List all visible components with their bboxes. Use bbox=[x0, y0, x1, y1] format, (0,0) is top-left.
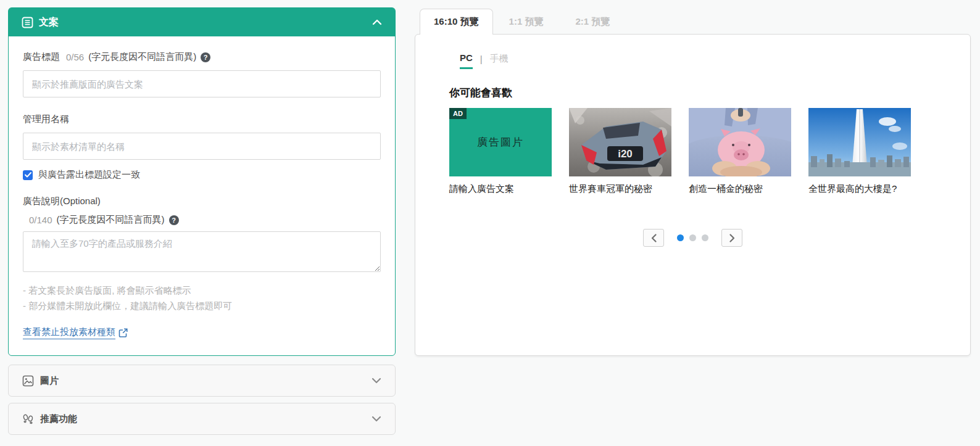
preview-card-piggy-bank: 創造一桶金的秘密 bbox=[689, 108, 791, 195]
copy-panel-body: 廣告標題 0/56 (字元長度因不同語言而異) ? 管理用名稱 與廣告露出標題設… bbox=[9, 36, 395, 355]
footprints-icon bbox=[22, 413, 34, 425]
admin-name-input[interactable] bbox=[23, 133, 381, 160]
ad-title-counter: 0/56 bbox=[66, 52, 84, 62]
external-link-icon bbox=[118, 328, 128, 337]
ad-title-label-row: 廣告標題 0/56 (字元長度因不同語言而異) ? bbox=[23, 51, 381, 63]
preview-card-skyscraper: 全世界最高的大樓是? bbox=[808, 108, 911, 195]
checkbox-checked-icon[interactable] bbox=[23, 170, 33, 180]
ad-title-hint: (字元長度因不同語言而異) bbox=[88, 51, 196, 63]
preview-heading: 你可能會喜歡 bbox=[449, 86, 970, 100]
ad-desc-textarea[interactable] bbox=[23, 231, 381, 272]
prohibited-creatives-link-label: 查看禁止投放素材種類 bbox=[23, 326, 115, 339]
section-recommended-features[interactable]: 推薦功能 bbox=[8, 403, 396, 435]
skyscraper-image bbox=[808, 108, 911, 176]
preview-tabs: 16:10 預覽 1:1 預覽 2:1 預覽 bbox=[415, 9, 626, 35]
ad-placeholder-image: AD 廣告圖片 bbox=[449, 108, 552, 176]
section-images-label: 圖片 bbox=[40, 375, 59, 387]
carousel-dot[interactable] bbox=[677, 234, 684, 241]
piggy-bank-image bbox=[689, 108, 791, 176]
admin-name-label-row: 管理用名稱 bbox=[23, 114, 381, 125]
copy-panel-title: 文案 bbox=[39, 16, 59, 29]
image-icon bbox=[22, 375, 34, 387]
copy-panel-header[interactable]: 文案 bbox=[9, 8, 395, 36]
device-toggle-separator: | bbox=[480, 54, 483, 68]
document-icon bbox=[22, 17, 33, 28]
ad-desc-label-row: 廣告說明(Optional) bbox=[23, 196, 381, 207]
preview-card-ad-placeholder: AD 廣告圖片 請輸入廣告文案 bbox=[449, 108, 552, 195]
section-recommended-features-label: 推薦功能 bbox=[40, 413, 77, 425]
sync-title-checkbox-row[interactable]: 與廣告露出標題設定一致 bbox=[23, 169, 381, 181]
ad-desc-counter: 0/140 bbox=[29, 215, 52, 225]
carousel-dots bbox=[677, 234, 708, 241]
preview-cards-row: AD 廣告圖片 請輸入廣告文案 bbox=[449, 108, 970, 195]
ad-desc-counter-row: 0/140 (字元長度因不同語言而異) ? bbox=[23, 214, 381, 226]
carousel-dot[interactable] bbox=[689, 234, 696, 241]
tab-1-1-preview[interactable]: 1:1 預覽 bbox=[493, 9, 560, 35]
card-caption: 請輸入廣告文案 bbox=[449, 183, 552, 195]
tab-16-10-preview[interactable]: 16:10 預覽 bbox=[420, 9, 493, 35]
ad-title-label: 廣告標題 bbox=[23, 51, 60, 63]
help-icon[interactable]: ? bbox=[169, 215, 179, 225]
ad-desc-label: 廣告說明(Optional) bbox=[23, 196, 101, 207]
card-caption: 全世界最高的大樓是? bbox=[808, 183, 911, 195]
device-toggle: PC | 手機 bbox=[460, 52, 970, 69]
section-images[interactable]: 圖片 bbox=[8, 365, 396, 397]
ad-badge: AD bbox=[449, 108, 467, 119]
device-toggle-pc[interactable]: PC bbox=[460, 52, 473, 69]
help-icon[interactable]: ? bbox=[201, 52, 210, 62]
ad-desc-hint: (字元長度因不同語言而異) bbox=[57, 214, 165, 226]
chevron-down-icon bbox=[372, 416, 381, 422]
copy-panel: 文案 廣告標題 0/56 (字元長度因不同語言而異) ? 管理用名稱 與廣告露出… bbox=[8, 7, 396, 356]
ad-placeholder-label: 廣告圖片 bbox=[477, 135, 524, 149]
carousel-next-button[interactable] bbox=[721, 229, 742, 247]
card-caption: 世界賽車冠軍的秘密 bbox=[569, 183, 671, 195]
carousel-controls bbox=[415, 229, 970, 247]
copy-note-line: - 部分媒體未開放此欄位，建議請輸入廣告標題即可 bbox=[23, 298, 381, 313]
prohibited-creatives-link[interactable]: 查看禁止投放素材種類 bbox=[23, 326, 128, 339]
sync-title-checkbox-label: 與廣告露出標題設定一致 bbox=[38, 169, 140, 181]
rally-car-image: i20 bbox=[569, 108, 671, 176]
carousel-dot[interactable] bbox=[702, 234, 708, 241]
copy-note-line: - 若文案長於廣告版面, 將會顯示省略標示 bbox=[23, 283, 381, 298]
chevron-down-icon bbox=[372, 378, 381, 384]
admin-name-label: 管理用名稱 bbox=[23, 114, 69, 125]
rally-car-number: i20 bbox=[618, 148, 633, 160]
ad-title-input[interactable] bbox=[23, 70, 381, 97]
device-toggle-mobile[interactable]: 手機 bbox=[490, 53, 509, 69]
tab-2-1-preview[interactable]: 2:1 預覽 bbox=[559, 9, 626, 35]
chevron-up-icon[interactable] bbox=[372, 19, 382, 25]
card-caption: 創造一桶金的秘密 bbox=[689, 183, 791, 195]
copy-notes: - 若文案長於廣告版面, 將會顯示省略標示 - 部分媒體未開放此欄位，建議請輸入… bbox=[23, 283, 381, 313]
preview-box: PC | 手機 你可能會喜歡 AD 廣告圖片 請輸入廣告文案 bbox=[415, 34, 971, 356]
carousel-prev-button[interactable] bbox=[643, 229, 664, 247]
preview-card-rally-car: i20 世界賽車冠軍的秘密 bbox=[569, 108, 671, 195]
